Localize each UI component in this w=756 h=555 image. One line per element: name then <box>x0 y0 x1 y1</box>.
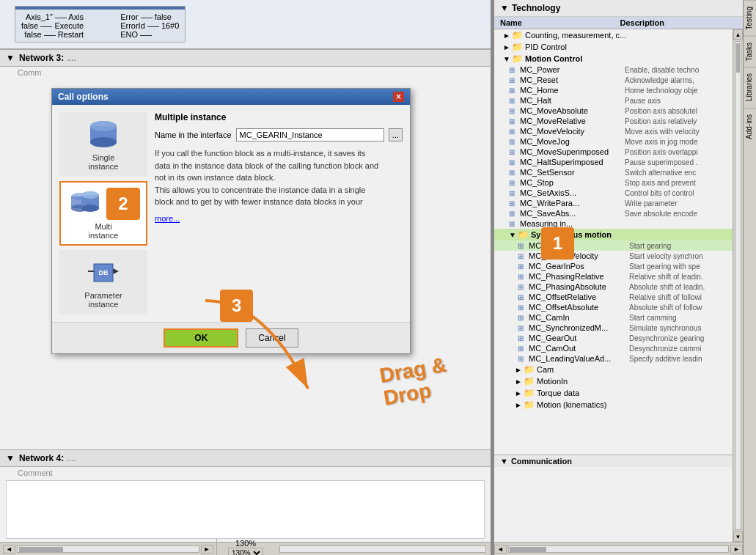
item-name-6: MC_MoveVelocity <box>520 127 625 136</box>
name-in-interface-row: Name in the interface ... <box>155 128 403 141</box>
hscrollbar2[interactable] <box>279 545 487 553</box>
scroll-down-btn[interactable]: ▼ <box>733 532 743 542</box>
tree-item-mc-power[interactable]: ⊞ MC_Power Enable, disable techno <box>494 65 733 75</box>
right-scroll-right-btn[interactable]: ► <box>730 545 743 554</box>
tree-item-torque[interactable]: ► 📁 Torque data <box>494 387 733 399</box>
tree-item-mc-stop[interactable]: ⊞ MC_Stop Stop axis and prevent <box>494 177 733 188</box>
eno-port: ENO <box>120 30 138 39</box>
more-link[interactable]: more... <box>155 214 403 223</box>
param-instance-label: Parameterinstance <box>84 291 122 309</box>
right-scroll-left-btn[interactable]: ◄ <box>494 545 507 554</box>
network3-header[interactable]: ▼ Network 3: .... <box>0 49 491 67</box>
hscrollbar[interactable] <box>17 545 199 553</box>
bottom-right-scroll <box>275 545 491 553</box>
counting-expand[interactable]: ► <box>503 32 512 40</box>
item-desc-10: Switch alternative enc <box>625 169 730 177</box>
tree-item-mc-gearinpos[interactable]: ⊞ MC_GearInPos Start gearing with spe <box>494 261 733 271</box>
motion-control-folder-icon: 📁 <box>512 54 523 64</box>
network3-label: Network 3: <box>19 53 64 63</box>
tree-item-pid[interactable]: ► 📁 PID Control <box>494 41 733 53</box>
side-tab-tasks[interactable]: Tasks <box>744 36 756 67</box>
name-browse-button[interactable]: ... <box>389 128 403 141</box>
tree-item-mc-gearinvelocity[interactable]: ⊞ MC_GearInVelocity Start velocity synch… <box>494 251 733 261</box>
tree-item-cam[interactable]: ► 📁 Cam <box>494 364 733 375</box>
errorid-val: 16#0 <box>161 21 179 30</box>
item-desc-4: Position axis absolutel <box>625 107 730 115</box>
motion-control-expand[interactable]: ▼ <box>503 55 512 63</box>
tree-item-mc-camin[interactable]: ⊞ MC_CamIn Start camming <box>494 312 733 323</box>
tree-item-mc-halt[interactable]: ⊞ MC_Halt Pause axis <box>494 95 733 106</box>
tree-item-counting[interactable]: ► 📁 Counting, measurement, c... <box>494 29 733 41</box>
side-tab-addins[interactable]: Add-ins <box>744 108 756 145</box>
scroll-up-btn[interactable]: ▲ <box>733 29 743 40</box>
zoom-select[interactable]: 130% <box>228 548 263 555</box>
tree-item-kinematics[interactable]: ► 📁 Motion (kinematics) <box>494 399 733 411</box>
side-tab-libraries[interactable]: Libraries <box>744 67 756 107</box>
tree-item-mc-gearin[interactable]: ⊞ MC_GearIn Start gearing <box>494 240 733 251</box>
cancel-button[interactable]: Cancel <box>246 328 298 348</box>
item-name-19: MC_GearInPos <box>529 262 629 271</box>
param-instance-icon: DB <box>85 256 122 289</box>
tree-item-mc-setsensor[interactable]: ⊞ MC_SetSensor Switch alternative enc <box>494 167 733 177</box>
tree-item-mc-synchronizedm---[interactable]: ⊞ MC_SynchronizedM... Simulate synchrono… <box>494 323 733 333</box>
tree-item-mc-offsetabsolute[interactable]: ⊞ MC_OffsetAbsolute Absolute shift of fo… <box>494 302 733 312</box>
item-name-13: MC_WritePara... <box>520 199 625 207</box>
tech-expand-icon[interactable]: ▼ <box>500 3 509 13</box>
item-desc-5: Position axis relatively <box>625 117 730 125</box>
tree-item-measuring-in---[interactable]: ⊞ Measuring in... <box>494 218 733 229</box>
tree-item-mc-haltsuperimposed[interactable]: ⊞ MC_HaltSuperimposed Pause superimposed… <box>494 157 733 167</box>
multi-instance-option[interactable]: 2 Multiinstance <box>59 181 147 246</box>
func-icon-5: ⊞ <box>509 117 518 125</box>
right-hscroll[interactable] <box>508 545 729 553</box>
tree-item-mc-setaxiss---[interactable]: ⊞ MC_SetAxisS... Control bits of control <box>494 188 733 198</box>
kinematics-expand[interactable]: ► <box>515 401 524 409</box>
param-instance-option[interactable]: DB Parameterinstance <box>59 250 147 315</box>
tree-item-mc-moveabsolute[interactable]: ⊞ MC_MoveAbsolute Position axis absolute… <box>494 106 733 116</box>
tree-item-mc-writepara---[interactable]: ⊞ MC_WritePara... Write parameter <box>494 198 733 208</box>
motionin-expand[interactable]: ► <box>515 378 524 386</box>
scroll-right-btn[interactable]: ► <box>201 545 213 554</box>
dialog-close-button[interactable]: × <box>393 92 404 102</box>
network3-collapse-arrow[interactable]: ▼ <box>6 53 15 63</box>
badge-2: 2 <box>106 188 139 220</box>
tree-item-mc-gearout[interactable]: ⊞ MC_GearOut Desynchronize gearing <box>494 333 733 343</box>
folder-icon-16: 📁 <box>518 229 529 240</box>
network4-collapse-arrow[interactable]: ▼ <box>6 453 15 463</box>
vscroll-track[interactable] <box>735 41 741 530</box>
tree-item-mc-home[interactable]: ⊞ MC_Home Home technology obje <box>494 85 733 95</box>
tree-item-mc-movejog[interactable]: ⊞ MC_MoveJog Move axis in jog mode <box>494 136 733 147</box>
item-name-4: MC_MoveAbsolute <box>520 106 625 115</box>
svg-text:DB: DB <box>99 269 109 276</box>
tree-item-mc-moverelative[interactable]: ⊞ MC_MoveRelative Position axis relative… <box>494 116 733 126</box>
ok-button[interactable]: OK <box>164 328 238 348</box>
tree-item-mc-saveabs---[interactable]: ⊞ MC_SaveAbs... Save absolute encode <box>494 208 733 218</box>
name-input-field[interactable] <box>236 128 384 141</box>
tree-item-mc-movevelocity[interactable]: ⊞ MC_MoveVelocity Move axis with velocit… <box>494 126 733 136</box>
item-desc-24: Start camming <box>629 314 730 322</box>
tree-item-mc-movesuperimposed[interactable]: ⊞ MC_MoveSuperimposed Position axis over… <box>494 147 733 157</box>
network4-header[interactable]: ▼ Network 4: .... <box>0 449 491 467</box>
comm-expand[interactable]: ▼ <box>500 457 508 466</box>
communication-section[interactable]: ▼ Communication <box>494 455 733 467</box>
item-name-10: MC_SetSensor <box>520 168 625 177</box>
pid-expand[interactable]: ► <box>503 43 512 51</box>
tree-item-mc-phasingrelative[interactable]: ⊞ MC_PhasingRelative Relative shift of l… <box>494 271 733 282</box>
side-tab-testing[interactable]: Testing <box>744 0 756 36</box>
tree-item-mc-camout[interactable]: ⊞ MC_CamOut Desynchronize cammi <box>494 343 733 353</box>
tree-item-mc-reset[interactable]: ⊞ MC_Reset Acknowledge alarms, <box>494 75 733 85</box>
tree-item-synchronous-motion[interactable]: ▼📁 Synchronous motion <box>494 229 733 240</box>
cam-expand[interactable]: ► <box>515 366 524 374</box>
item-desc-14: Save absolute encode <box>625 210 730 218</box>
expand-16[interactable]: ▼ <box>509 231 518 239</box>
tree-item-motion-control[interactable]: ▼ 📁 Motion Control <box>494 53 733 65</box>
technology-title: Technology <box>512 3 560 13</box>
torque-expand[interactable]: ► <box>515 389 524 397</box>
tree-item-mc-phasingabsolute[interactable]: ⊞ MC_PhasingAbsolute Absolute shift of l… <box>494 282 733 292</box>
tree-item-mc-offsetrelative[interactable]: ⊞ MC_OffsetRelative Relative shift of fo… <box>494 292 733 302</box>
tree-item-mc-leadingvaluead---[interactable]: ⊞ MC_LeadingValueAd... Specify additive … <box>494 353 733 364</box>
item-name-28: MC_LeadingValueAd... <box>529 354 629 363</box>
scroll-left-btn[interactable]: ◄ <box>3 545 15 554</box>
single-instance-option[interactable]: Singleinstance <box>59 112 147 177</box>
restart-label: false <box>24 30 41 39</box>
tree-item-motionin[interactable]: ► 📁 MotionIn <box>494 375 733 387</box>
